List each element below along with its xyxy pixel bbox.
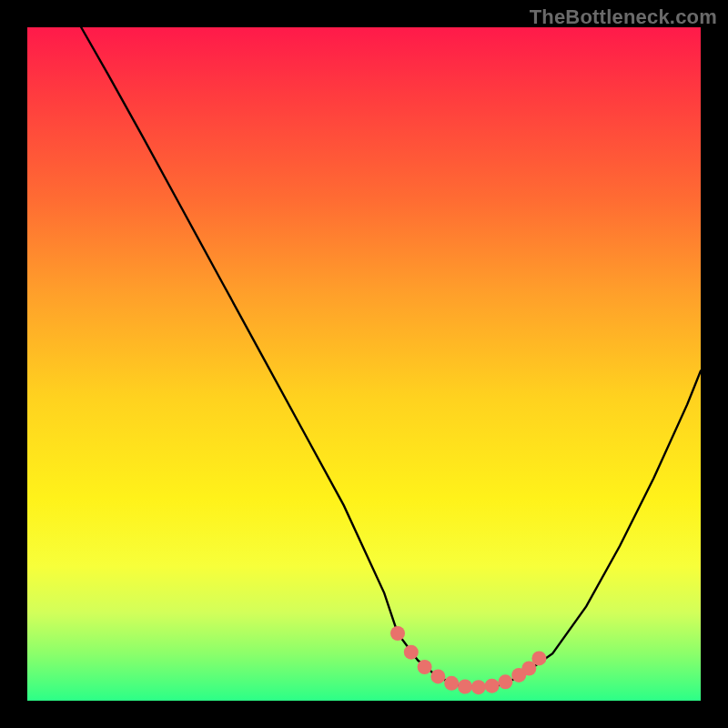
highlight-dot [531, 651, 546, 665]
highlight-dot [418, 660, 432, 674]
highlight-dots [390, 626, 546, 694]
highlight-dot [444, 676, 459, 691]
highlight-dot [458, 680, 472, 694]
highlight-dot [430, 669, 445, 683]
plot-area [27, 27, 701, 701]
chart-frame: TheBottleneck.com [0, 0, 728, 728]
highlight-dot [498, 674, 512, 689]
watermark-text: TheBottleneck.com [530, 5, 717, 29]
bottleneck-curve [81, 27, 701, 687]
highlight-dot [390, 626, 405, 641]
highlight-dot [485, 679, 500, 693]
highlight-dot [471, 680, 486, 694]
highlight-dot [404, 645, 419, 660]
curve-layer [27, 27, 701, 701]
